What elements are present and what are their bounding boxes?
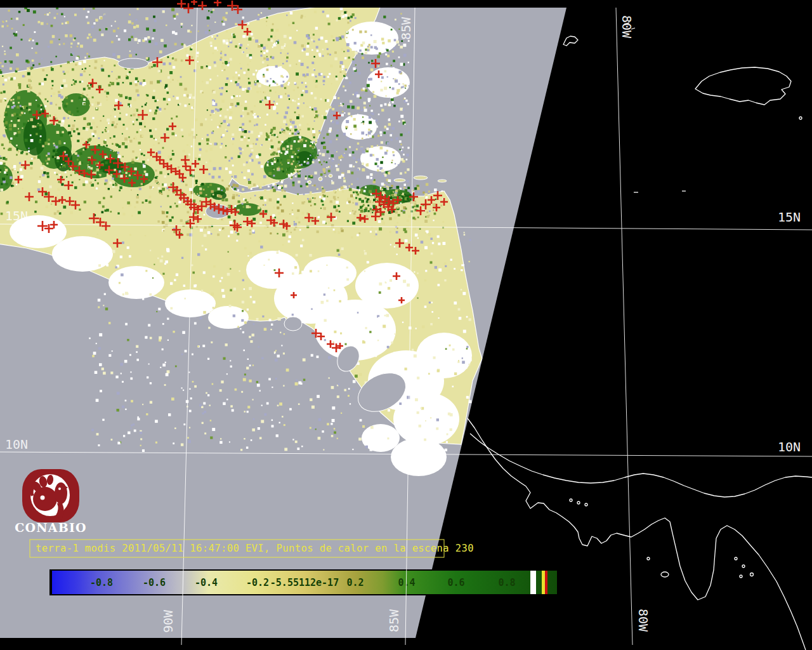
logo-wordmark: CONABIO [15, 521, 87, 534]
satellite-map-product: -0.8-0.6-0.4-0.2-5.55112e-170.20.40.60.8… [0, 0, 812, 650]
map-canvas: -0.8-0.6-0.4-0.2-5.55112e-170.20.40.60.8… [0, 0, 812, 650]
logo-eye [41, 496, 45, 500]
colorbar-tick-label: -5.55112e-17 [270, 577, 339, 588]
colorbar-tick-label: -0.6 [143, 577, 166, 588]
colorbar-tick-label: 0.8 [498, 577, 515, 588]
grid-label-15n: 15N [778, 209, 801, 225]
colorbar: -0.8-0.6-0.4-0.2-5.55112e-170.20.40.60.8 [49, 569, 560, 595]
logo-parrot-eye [58, 488, 61, 490]
grid-label-15n: 15N [5, 208, 28, 223]
colorbar-stripe [542, 571, 545, 594]
colorbar-tick-label: 0.6 [447, 577, 464, 588]
colorbar-tick-label: -0.8 [90, 577, 113, 588]
grid-label-80w: 80W [619, 15, 634, 39]
colorbar-stripe [530, 571, 536, 594]
colorbar-tick-labels: -0.8-0.6-0.4-0.2-5.55112e-170.20.40.60.8 [90, 577, 516, 588]
grid-label-10n: 10N [5, 437, 28, 452]
grid-label-90w: 90W [160, 609, 176, 633]
caption-text: terra-1 modis 2011/05/11 16:47:00 EVI, P… [36, 543, 474, 554]
colorbar-tick-label: -0.4 [195, 577, 218, 588]
grid-label-85w: 85W [386, 609, 402, 632]
gulf-of-fonseca [284, 317, 302, 331]
grid-label-10n: 10N [778, 439, 801, 454]
laguna-terminos [118, 58, 148, 69]
colorbar-tick-label: 0.2 [346, 577, 363, 588]
grid-label-85w: 85W [398, 17, 414, 40]
colorbar-tick-label: -0.2 [246, 577, 269, 588]
conabio-logo: CONABIO [15, 469, 87, 534]
grid-label-80w: 80W [636, 609, 651, 632]
colorbar-stripe [545, 571, 547, 594]
